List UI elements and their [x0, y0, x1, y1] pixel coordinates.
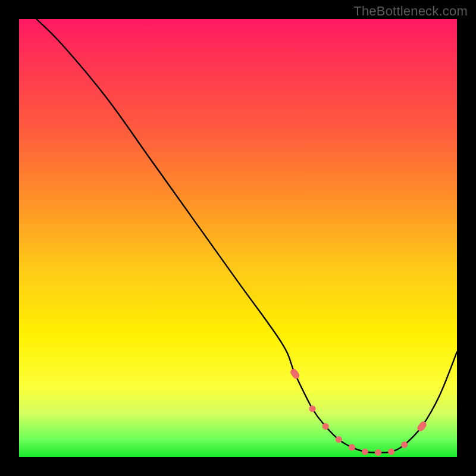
marker-dot [349, 444, 355, 450]
watermark-text: TheBottleneck.com [353, 4, 468, 19]
marker-dot [362, 449, 368, 455]
marker-dot [401, 441, 408, 448]
plot-area [19, 19, 457, 457]
marker-dot [336, 436, 342, 443]
chart-frame: TheBottleneck.com [0, 0, 476, 476]
marker-dot [375, 449, 381, 456]
bottleneck-curve [36, 19, 457, 453]
marker-dot [388, 449, 394, 455]
marker-dot [322, 423, 329, 430]
curve-layer [19, 19, 457, 457]
marker-dot [309, 406, 316, 412]
marker-cap [289, 368, 300, 380]
